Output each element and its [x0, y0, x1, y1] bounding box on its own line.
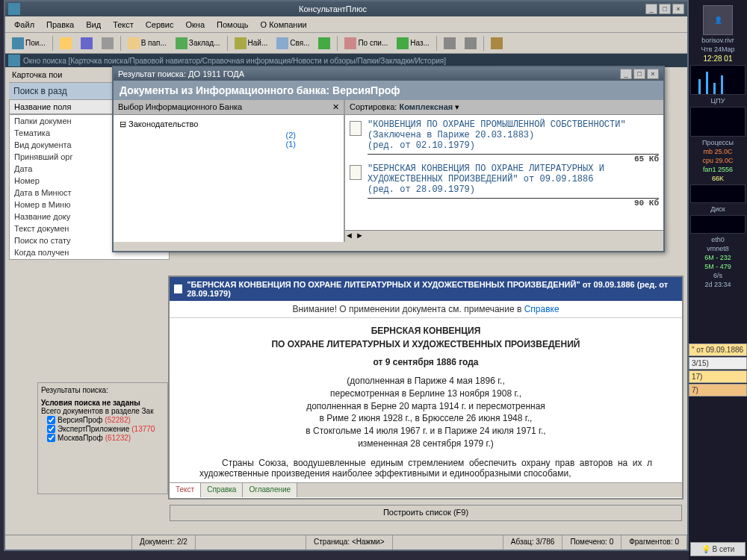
fan-speed: fan1 2556	[689, 166, 747, 173]
print-icon	[102, 37, 114, 49]
doc-amendments: (дополненная в Париже 4 мая 1896 г., пер…	[199, 375, 652, 450]
bank-checkbox-row[interactable]: МоскваПроф (61232)	[47, 434, 164, 442]
tab-text[interactable]: Текст	[170, 483, 201, 497]
find-button[interactable]: Най...	[231, 35, 272, 52]
status-para: Абзац: 3/786	[503, 535, 563, 550]
tree-count[interactable]: (1)	[117, 140, 341, 149]
menu-windows[interactable]: Окна	[180, 18, 211, 31]
help-link[interactable]: Справке	[524, 304, 560, 314]
close-button[interactable]: ×	[672, 4, 684, 14]
bank-checkbox-row[interactable]: ЭкспертПриложение (13770	[47, 425, 164, 433]
list-item[interactable]: "БЕРНСКАЯ КОНВЕНЦИЯ ПО ОХРАНЕ ЛИТЕРАТУРН…	[350, 164, 659, 195]
disk-graph	[690, 184, 746, 203]
toolbar: Пои... В пап... Заклад... Най... Свя... …	[5, 33, 687, 54]
bookmark-button[interactable]: Заклад...	[172, 35, 224, 52]
user-avatar: 👤	[703, 5, 733, 35]
status-page[interactable]: Страница: <Нажми>	[306, 535, 393, 550]
menu-service[interactable]: Сервис	[140, 18, 180, 31]
popup-titlebar[interactable]: Результат поиска: ДО 1911 ГОДА _ □ ×	[114, 67, 663, 81]
tab-help[interactable]: Справка	[201, 483, 243, 497]
popup-close-button[interactable]: ×	[647, 69, 659, 79]
menu-bar: Файл Правка Вид Текст Сервис Окна Помощь…	[5, 16, 687, 33]
document-warning: Внимание! О применении документа см. при…	[170, 301, 682, 318]
rtab-item[interactable]: 3/15)	[689, 357, 747, 370]
bank-checkbox[interactable]	[47, 416, 55, 424]
print-button[interactable]	[98, 35, 117, 52]
list-icon	[344, 37, 356, 49]
network-status-indicator[interactable]: 💡 В сети	[690, 542, 746, 556]
doc-heading2: ПО ОХРАНЕ ЛИТЕРАТУРНЫХ И ХУДОЖЕСТВЕННЫХ …	[199, 339, 652, 349]
rtab-item[interactable]: 7)	[689, 384, 747, 396]
document-viewer: "БЕРНСКАЯ КОНВЕНЦИЯ ПО ОХРАНЕ ЛИТЕРАТУРН…	[168, 276, 684, 500]
save-button[interactable]	[77, 35, 96, 52]
menu-about[interactable]: О Компании	[255, 18, 313, 31]
font-smaller-button[interactable]	[440, 35, 459, 52]
build-list-button[interactable]: Построить список (F9)	[170, 505, 682, 521]
status-doc: Документ: 2/2	[132, 535, 196, 550]
up-button[interactable]	[314, 35, 334, 52]
bank-checkbox-row[interactable]: ВерсияПроф (52282)	[47, 416, 164, 424]
doc-size: 90 Кб	[368, 198, 659, 208]
bank-checkbox[interactable]	[47, 434, 55, 442]
mdi-icon	[8, 55, 20, 66]
minimize-button[interactable]: _	[645, 4, 657, 14]
total-docs-label: Всего документов в разделе Зак	[41, 407, 164, 415]
doc-paragraph: Страны Союза, воодушевленные единым стре…	[199, 458, 652, 479]
popup-minimize-button[interactable]: _	[620, 69, 632, 79]
doc-list-panel: Сортировка: Комплексная ▾ "КОНВЕНЦИЯ ПО …	[345, 100, 663, 242]
rtab-item[interactable]: " от 09.09.1886	[689, 343, 747, 356]
history-button[interactable]	[487, 35, 506, 52]
menu-view[interactable]: Вид	[80, 18, 107, 31]
document-title-bar[interactable]: "БЕРНСКАЯ КОНВЕНЦИЯ ПО ОХРАНЕ ЛИТЕРАТУРН…	[170, 277, 682, 301]
hdd-val: 66K	[689, 175, 747, 182]
no-terms-label: Условия поиска не заданы	[41, 399, 164, 407]
bylist-button[interactable]: По спи...	[341, 35, 391, 52]
font-larger-button[interactable]	[461, 35, 480, 52]
horizontal-scrollbar[interactable]: ◄ ►	[345, 230, 663, 242]
nav-back-button[interactable]: Наз...	[393, 35, 433, 52]
document-list[interactable]: "КОНВЕНЦИЯ ПО ОХРАНЕ ПРОМЫШЛЕННОЙ СОБСТВ…	[345, 115, 663, 230]
font-minus-icon	[444, 37, 456, 49]
tree-count[interactable]: (2)	[117, 131, 341, 140]
net-stat3: 6/s	[689, 272, 747, 279]
menu-text[interactable]: Текст	[107, 18, 140, 31]
system-monitor-panel: 👤 borisov.rivr Чтв 24Мар 12:28 01 ЦПУ Пр…	[689, 0, 747, 560]
bank-checkbox[interactable]	[47, 425, 55, 433]
net-stat2: 5M - 479	[689, 263, 747, 270]
menu-help[interactable]: Помощь	[211, 18, 255, 31]
doc-size: 65 Кб	[368, 154, 659, 164]
up-arrow-icon	[318, 37, 330, 49]
popup-maximize-button[interactable]: □	[633, 69, 645, 79]
rtab-item[interactable]: 17)	[689, 370, 747, 383]
list-item[interactable]: "КОНВЕНЦИЯ ПО ОХРАНЕ ПРОМЫШЛЕННОЙ СОБСТВ…	[350, 119, 659, 151]
links-button[interactable]: Свя...	[273, 35, 313, 52]
popup-subtitle: Документы из Информационного банка: Верс…	[114, 81, 663, 100]
disk-label: Диск	[689, 205, 747, 213]
status-bar: Документ: 2/2 Страница: <Нажми> Абзац: 3…	[5, 535, 687, 550]
search-button[interactable]: Пои...	[8, 35, 49, 52]
open-icon	[60, 37, 72, 49]
tab-toc[interactable]: Оглавление	[243, 483, 297, 497]
sort-header[interactable]: Сортировка: Комплексная ▾	[345, 100, 663, 115]
save-icon	[81, 37, 93, 49]
bank-close-icon[interactable]: ✕	[332, 102, 339, 112]
cpu-temp: cpu 29.0C	[689, 157, 747, 164]
menu-edit[interactable]: Правка	[40, 18, 80, 31]
tofolder-button[interactable]: В пап...	[124, 35, 170, 52]
document-body[interactable]: БЕРНСКАЯ КОНВЕНЦИЯ ПО ОХРАНЕ ЛИТЕРАТУРНЫ…	[170, 318, 682, 482]
doc-icon	[350, 121, 362, 136]
bank-selection-panel: Выбор Информационного Банка✕ ⊟ Законодат…	[114, 100, 345, 242]
link-icon	[276, 37, 288, 49]
doc-icon	[350, 165, 362, 180]
open-button[interactable]	[56, 35, 75, 52]
main-titlebar[interactable]: КонсультантПлюс _ □ ×	[5, 1, 687, 16]
tree-root[interactable]: ⊟ Законодательство	[117, 118, 341, 131]
mb-temp: mb 25.0C	[689, 148, 747, 155]
folder-icon	[128, 37, 140, 49]
bank-header: Выбор Информационного Банка	[118, 102, 242, 112]
net-stat1: 6M - 232	[689, 254, 747, 261]
maximize-button[interactable]: □	[659, 4, 671, 14]
menu-file[interactable]: Файл	[8, 18, 40, 31]
mdi-title: Окно поиска [Карточка поиска/Правовой на…	[23, 57, 446, 65]
status-marked: Помечено: 0	[562, 535, 622, 550]
